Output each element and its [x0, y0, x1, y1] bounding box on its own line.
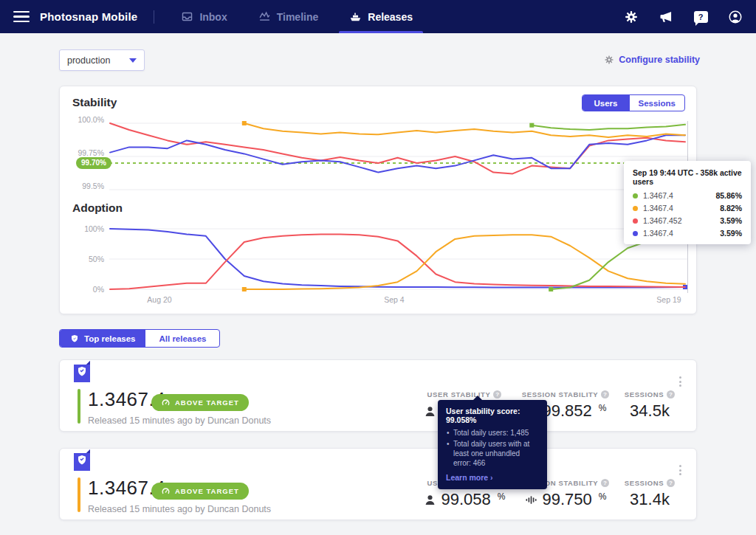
sessions-stat: SESSIONS ? 34.5k	[625, 390, 674, 421]
help-question-glyph: ?	[698, 13, 704, 21]
stability-target-badge: 99.70%	[76, 157, 111, 169]
environment-select[interactable]: production	[59, 49, 145, 71]
tooltip-version: 1.3467.4	[643, 229, 673, 238]
configure-stability-link[interactable]: Configure stability	[604, 55, 700, 65]
stability-chart-title: Stability	[72, 96, 117, 109]
top-release-bookmark-badge	[73, 449, 91, 475]
release-meta: Released 15 minutes ago by Duncan Donuts	[88, 504, 271, 514]
stat-label: SESSION STABILITY	[522, 390, 598, 398]
tooltip-value: 3.59%	[720, 229, 742, 238]
release-menu-kebab-icon[interactable]	[676, 373, 684, 390]
above-target-label: ABOVE TARGET	[175, 487, 239, 495]
adoption-chart[interactable]	[109, 227, 687, 291]
above-target-label: ABOVE TARGET	[175, 398, 239, 407]
nav-tab-releases[interactable]: Releases	[339, 0, 423, 33]
learn-more-link[interactable]: Learn more ›	[446, 473, 539, 482]
user-stability-tooltip: User stability score: 99.058% Total dail…	[438, 400, 547, 489]
app-title: Photosnap Mobile	[40, 10, 137, 23]
releases-ship-icon	[349, 10, 362, 23]
nav-divider	[154, 10, 154, 24]
help-circle-icon[interactable]: ?	[667, 479, 675, 487]
nav-tabs: Inbox Timeline Releases	[171, 0, 433, 33]
series-dot-blue	[633, 231, 638, 236]
session-stability-value: 99.750	[543, 490, 592, 509]
timeline-icon	[258, 10, 271, 23]
tab-all-releases-label: All releases	[159, 334, 207, 343]
toggle-users[interactable]: Users	[583, 95, 630, 111]
adoption-ytick-0: 0%	[60, 285, 104, 294]
stability-hover-tooltip: Sep 19 9:44 UTC - 358k active users 1.34…	[624, 161, 751, 244]
stability-metric-toggle: Users Sessions	[582, 94, 686, 111]
xtick-sep4: Sep 4	[372, 295, 416, 304]
sessions-equalizer-icon	[525, 494, 537, 506]
nav-tab-label: Inbox	[199, 11, 227, 23]
series-dot-green	[633, 193, 638, 199]
help-circle-icon[interactable]: ?	[601, 479, 609, 487]
sessions-stat: SESSIONS ? 31.4k	[625, 479, 674, 509]
releases-page: Photosnap Mobile Inbox Timeline	[0, 0, 756, 535]
stability-ytick-9975: 99.75%	[60, 148, 104, 157]
charts-panel: Stability Users Sessions 100.0% 99.75% 9…	[59, 86, 697, 314]
tooltip-version: 1.3467.4	[643, 204, 673, 213]
tooltip-title: Sep 19 9:44 UTC - 358k active users	[633, 168, 742, 186]
configure-stability-label: Configure stability	[619, 55, 700, 65]
account-avatar-icon[interactable]	[728, 10, 743, 24]
help-icon[interactable]: ?	[693, 10, 708, 24]
tooltip-version: 1.3467.4	[643, 191, 673, 200]
user-stability-tooltip-title: User stability score: 99.058%	[446, 407, 539, 424]
unit: %	[498, 491, 506, 502]
stat-label: SESSIONS	[625, 390, 664, 398]
nav-utilities: ?	[624, 10, 743, 24]
release-card-2[interactable]: 1.3467.4 ABOVE TARGET Released 15 minute…	[59, 448, 697, 520]
hamburger-menu-icon[interactable]	[13, 11, 30, 23]
tooltip-bullet: Total daily users: 1,485	[446, 428, 539, 438]
announcements-megaphone-icon[interactable]	[659, 10, 673, 24]
release-accent-bar	[78, 389, 80, 424]
tooltip-row: 1.3467.4 8.82%	[633, 204, 742, 213]
help-circle-icon[interactable]: ?	[493, 390, 501, 398]
user-stability-tooltip-bullets: Total daily users: 1,485 Total daily use…	[446, 428, 539, 468]
gear-icon	[604, 55, 614, 65]
release-meta: Released 15 minutes ago by Duncan Donuts	[88, 415, 271, 426]
stat-label: SESSIONS	[625, 479, 664, 487]
gauge-icon	[161, 486, 171, 496]
tab-all-releases[interactable]: All releases	[145, 330, 219, 347]
tab-top-releases-label: Top releases	[84, 334, 135, 343]
stability-ytick-100: 100.0%	[60, 115, 104, 124]
nav-tab-label: Timeline	[277, 11, 319, 23]
adoption-ytick-100: 100%	[60, 224, 104, 233]
tooltip-row: 1.3467.452 3.59%	[633, 216, 742, 225]
sessions-value: 34.5k	[630, 401, 670, 421]
xtick-aug20: Aug 20	[137, 295, 182, 304]
gauge-icon	[161, 398, 171, 407]
environment-value: production	[67, 55, 110, 66]
series-dot-red	[633, 218, 638, 224]
help-circle-icon[interactable]: ?	[601, 390, 609, 398]
release-list-tabs: Top releases All releases	[59, 329, 220, 348]
release-card-1[interactable]: 1.3467.4 ABOVE TARGET Released 15 minute…	[59, 359, 697, 432]
settings-gear-icon[interactable]	[624, 10, 639, 24]
nav-tab-timeline[interactable]: Timeline	[248, 0, 329, 33]
user-stability-value: 99.058	[441, 490, 491, 509]
unit: %	[599, 491, 607, 502]
user-icon	[424, 405, 436, 418]
release-accent-bar	[78, 477, 80, 512]
unit: %	[599, 403, 607, 413]
above-target-badge: ABOVE TARGET	[151, 394, 249, 411]
toggle-sessions[interactable]: Sessions	[630, 95, 685, 111]
tooltip-bullet: Total daily users with at least one unha…	[446, 439, 539, 468]
top-nav: Photosnap Mobile Inbox Timeline	[0, 0, 756, 33]
tooltip-row: 1.3467.4 3.59%	[633, 229, 742, 238]
help-circle-icon[interactable]: ?	[667, 390, 675, 398]
tooltip-value: 85.86%	[715, 191, 742, 200]
release-menu-kebab-icon[interactable]	[676, 462, 684, 478]
nav-tab-inbox[interactable]: Inbox	[171, 0, 237, 33]
user-icon	[424, 494, 436, 506]
tab-top-releases[interactable]: Top releases	[60, 330, 145, 347]
adoption-ytick-50: 50%	[60, 255, 104, 263]
tooltip-value: 8.82%	[720, 204, 742, 213]
stability-chart[interactable]	[109, 121, 687, 192]
nav-tab-label: Releases	[368, 11, 413, 23]
tooltip-value: 3.59%	[720, 216, 742, 225]
inbox-icon	[181, 10, 193, 23]
